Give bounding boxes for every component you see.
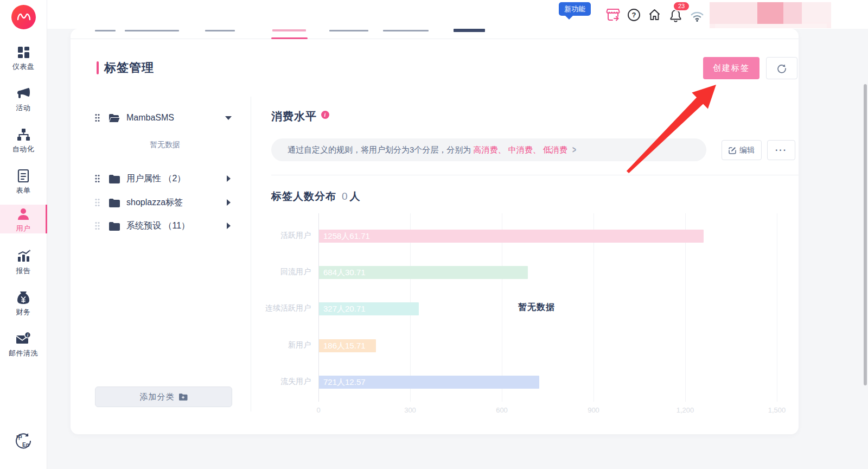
chart-category-label: 活跃用户: [228, 231, 311, 240]
chart-category-label: 流失用户: [228, 377, 311, 386]
add-category-button[interactable]: 添加分类: [95, 386, 232, 407]
sidebar-item-finance[interactable]: 财务: [0, 289, 47, 317]
tree-empty-text: 暂无数据: [95, 140, 235, 150]
edit-pencil-icon: [729, 147, 736, 154]
drag-handle-icon[interactable]: [95, 198, 100, 207]
page-title: 标签管理: [104, 60, 154, 76]
sidebar-item-automation[interactable]: 自动化: [0, 126, 47, 154]
vertical-scrollbar[interactable]: [864, 84, 867, 385]
chart-empty-text: 暂无数据: [518, 302, 555, 313]
chart-bar: 1258人61.71: [319, 230, 704, 243]
storefront-icon[interactable]: [606, 8, 620, 22]
notification-count-badge: 23: [673, 1, 690, 11]
chart-x-tick: 0: [316, 406, 320, 414]
tree-folder-user-attributes[interactable]: 用户属性 （2）: [95, 171, 235, 186]
refresh-icon: [777, 64, 787, 73]
drag-handle-icon[interactable]: [95, 174, 100, 183]
chevron-right-icon: >: [572, 136, 576, 164]
chart-bar-label: 186人15.71: [319, 339, 376, 352]
chart-x-tick: 600: [496, 406, 508, 414]
section-divider: [271, 175, 799, 175]
dashboard-icon: [0, 45, 47, 60]
user-icon: [0, 206, 47, 221]
chart-bar: 327人20.71: [319, 302, 419, 315]
topbar: 新功能 ? 23: [47, 0, 868, 29]
chart-x-tick: 1,200: [676, 406, 694, 414]
clipped-tab[interactable]: [125, 30, 179, 31]
money-bag-icon: [0, 290, 47, 305]
distribution-title: 标签人数分布0人: [271, 189, 360, 204]
collapse-caret-icon[interactable]: [225, 116, 232, 120]
annotation-arrow: [613, 78, 727, 183]
app-logo[interactable]: [11, 5, 36, 29]
redacted-account-info: [710, 2, 831, 28]
sidebar-item-users[interactable]: 用户: [0, 205, 47, 233]
help-icon[interactable]: ?: [627, 8, 641, 22]
sidebar-item-forms[interactable]: 表单: [0, 167, 47, 195]
clipped-tab[interactable]: [205, 30, 235, 31]
mail-clean-icon: i: [0, 331, 47, 346]
sidebar-item-dashboard[interactable]: 仪表盘: [0, 43, 47, 72]
chart-category-label: 回流用户: [228, 267, 311, 277]
sidebar-item-campaign[interactable]: 活动: [0, 85, 47, 113]
language-zh-label: 中: [16, 434, 22, 440]
home-icon[interactable]: [647, 8, 661, 22]
chart-category-labels: 活跃用户回流用户连续活跃用户新用户流失用户: [228, 213, 315, 404]
clipped-tab[interactable]: [95, 30, 116, 31]
chart-x-tick: 300: [404, 406, 416, 414]
folder-plus-icon: [178, 393, 188, 401]
active-tab-underline: [271, 37, 308, 39]
title-accent-bar: [97, 61, 99, 74]
language-en-label: En: [22, 442, 29, 448]
folder-icon: [108, 174, 120, 183]
sidebar: 仪表盘 活动 自动化 表单 用户 报告 财务: [0, 0, 47, 469]
open-folder-icon: [108, 113, 120, 123]
logo-wave-icon: [16, 9, 32, 26]
new-feature-badge[interactable]: 新功能: [559, 2, 591, 16]
expand-caret-icon[interactable]: [227, 175, 231, 182]
create-tag-button[interactable]: 创建标签: [703, 57, 760, 79]
tree-folder-system-presets[interactable]: 系统预设 （11）: [95, 218, 235, 233]
tag-management-card: 标签管理 创建标签 MambaSMS 暂无数据 用户属性 （2） shoplaz…: [71, 29, 799, 434]
chart-bar-label: 327人20.71: [319, 302, 419, 315]
expand-caret-icon[interactable]: [227, 199, 231, 206]
chart-bar-label: 1258人61.71: [319, 230, 704, 243]
drag-handle-icon[interactable]: [95, 221, 100, 230]
form-icon: [0, 168, 47, 183]
segment-title: 消费水平i: [271, 109, 329, 124]
clipped-tab-active[interactable]: [272, 29, 306, 31]
clipped-tab[interactable]: [454, 29, 485, 32]
tree-folder-shoplazza-tags[interactable]: shoplazza标签: [95, 195, 235, 210]
report-chart-icon: [0, 249, 47, 264]
tree-root-mambasms[interactable]: MambaSMS: [95, 110, 235, 125]
chart-bar: 186人15.71: [319, 339, 376, 352]
sidebar-item-email-cleaning[interactable]: i 邮件清洗: [0, 330, 47, 358]
chart-bar-label: 684人30.71: [319, 266, 528, 279]
chart-gridline: [777, 213, 777, 402]
refresh-button[interactable]: [766, 57, 797, 79]
drag-handle-icon[interactable]: [95, 113, 100, 122]
folder-icon: [108, 221, 120, 231]
clipped-tab[interactable]: [329, 30, 368, 31]
distribution-count: 0: [342, 191, 348, 202]
more-actions-button[interactable]: ···: [767, 140, 795, 160]
chart-bar-label: 721人12.57: [319, 376, 539, 389]
wifi-icon[interactable]: [690, 9, 704, 23]
segment-description[interactable]: 通过自定义的规则，将用户划分为3个分层，分别为 高消费、 中消费、 低消费>: [271, 138, 706, 161]
sidebar-item-reports[interactable]: 报告: [0, 248, 47, 276]
chart-category-label: 连续活跃用户: [228, 303, 311, 313]
megaphone-icon: [0, 86, 47, 101]
sitemap-icon: [0, 127, 47, 142]
svg-text:?: ?: [631, 11, 636, 19]
chart-category-label: 新用户: [228, 340, 311, 350]
info-icon[interactable]: i: [321, 111, 329, 119]
tab-bar: [71, 29, 799, 39]
tier-links[interactable]: 高消费、 中消费、 低消费: [474, 145, 567, 154]
folder-icon: [108, 198, 120, 207]
chart-bar: 721人12.57: [319, 376, 539, 389]
edit-button[interactable]: 编辑: [722, 140, 762, 160]
chart-x-tick: 1,500: [768, 406, 786, 414]
clipped-tab[interactable]: [383, 30, 429, 31]
chart-x-tick: 900: [588, 406, 599, 414]
language-toggle[interactable]: 中 En: [14, 431, 32, 449]
